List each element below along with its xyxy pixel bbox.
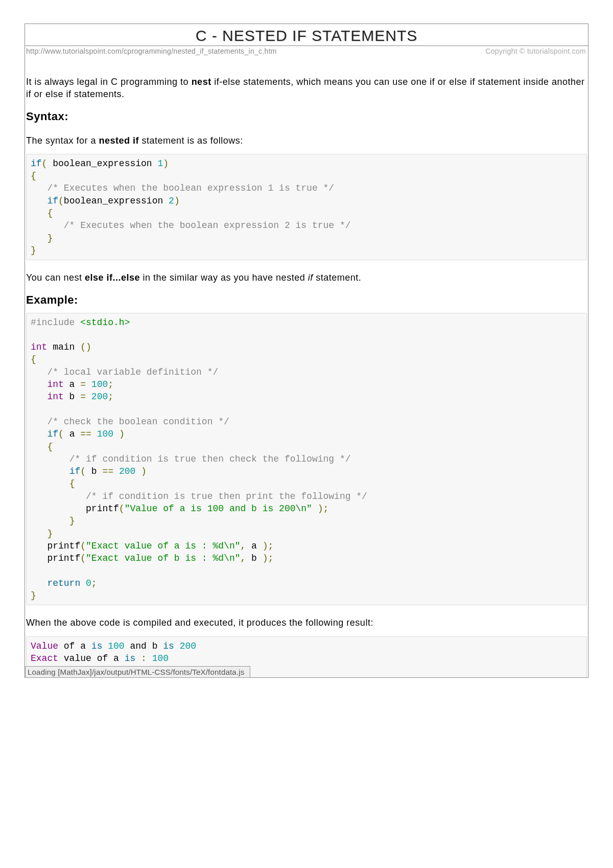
code-text: boolean_expression [64, 196, 169, 206]
preproc: #include [31, 317, 80, 328]
num-200: 200 [119, 466, 135, 476]
eq: = [80, 392, 86, 402]
out-text: value of a [58, 653, 125, 664]
sp [102, 641, 108, 651]
expr-b: b [86, 466, 102, 476]
brace-open: { [31, 354, 36, 364]
nest-note-bold: else if...else [85, 272, 140, 283]
eqeq: == [102, 466, 113, 476]
paren-open: ( [80, 466, 86, 476]
sp [174, 641, 180, 651]
result-intro: When the above code is compiled and exec… [26, 616, 587, 629]
sp [86, 392, 91, 402]
num-0: 0 [86, 578, 91, 588]
brace-open: { [69, 478, 75, 489]
arg-a: a [246, 541, 262, 551]
sp [312, 504, 318, 514]
kw-if: if [69, 466, 81, 476]
mathjax-loading-bar: Loading [MathJax]/jax/output/HTML-CSS/fo… [25, 666, 250, 678]
comment: /* Executes when the boolean expression … [64, 220, 351, 231]
syntax-intro-post: statement is as follows: [139, 135, 243, 146]
intro-pre: It is always legal in C programming to [26, 77, 192, 87]
brace-open: { [47, 208, 53, 218]
out-is: is [163, 641, 174, 651]
eq: = [80, 379, 86, 390]
string-lit: "Exact value of a is : %d\n" [86, 541, 240, 551]
out-num: 100 [108, 641, 124, 651]
kw-if: if [47, 429, 58, 439]
paren-close: ) [119, 429, 125, 439]
brace-close: } [47, 233, 53, 243]
comment: /* check the boolean condition */ [47, 417, 229, 427]
parens: () [80, 342, 91, 352]
num-100: 100 [97, 429, 113, 439]
out-text: of a [58, 641, 91, 651]
string-lit: "Exact value of b is : %d\n" [86, 553, 240, 563]
fn-printf: printf [47, 541, 80, 551]
nest-note-post: statement. [313, 272, 362, 283]
brace-close: } [69, 516, 75, 526]
paren-close: ) [141, 466, 147, 476]
example-code-block: #include <stdio.h> int main () { /* loca… [26, 313, 587, 606]
out-is: is [91, 641, 103, 651]
syntax-intro-bold: nested if [99, 135, 139, 146]
meta-row: http://www.tutorialspoint.com/cprogrammi… [25, 45, 588, 57]
num-200: 200 [91, 392, 108, 402]
comment: /* if condition is true then check the f… [69, 454, 351, 464]
nest-note-italic: if [308, 272, 313, 283]
document-content: It is always legal in C programming to n… [25, 76, 588, 677]
nest-note: You can nest else if...else in the simil… [26, 271, 587, 284]
out-num: 200 [180, 641, 196, 651]
intro-paragraph: It is always legal in C programming to n… [26, 76, 587, 101]
colon: : [135, 653, 152, 664]
num-1: 1 [157, 158, 163, 169]
kw-if: if [31, 158, 42, 169]
brace-open: { [31, 171, 36, 181]
out-exact: Exact [31, 653, 58, 664]
fn-printf: printf [86, 504, 119, 514]
example-heading: Example: [26, 293, 587, 307]
brace-close: } [31, 245, 36, 256]
paren-close: ) [174, 196, 180, 206]
out-value: Value [31, 641, 58, 651]
out-is: is [125, 653, 136, 664]
sp [86, 379, 91, 390]
kw-return: return [47, 578, 80, 588]
paren-open: ( [58, 429, 64, 439]
code-text: boolean_expression [47, 158, 157, 169]
nest-note-mid: in the similar way as you have nested [140, 272, 308, 283]
paren-close: ) [163, 158, 169, 169]
paren-close-semi: ); [263, 553, 274, 563]
source-url: http://www.tutorialspoint.com/cprogrammi… [26, 47, 277, 55]
paren-open: ( [119, 504, 125, 514]
paren-close-semi: ); [318, 504, 329, 514]
syntax-heading: Syntax: [26, 110, 587, 123]
semi: ; [91, 578, 97, 588]
brace-close: } [47, 529, 53, 539]
syntax-intro-pre: The syntax for a [26, 135, 99, 146]
document-page: C - NESTED IF STATEMENTS http://www.tuto… [25, 24, 588, 678]
out-and: and b [125, 641, 163, 651]
comment: /* Executes when the boolean expression … [47, 183, 334, 193]
type-int: int [47, 379, 63, 390]
num-2: 2 [169, 196, 174, 206]
type-int: int [47, 392, 63, 402]
var-b: b [64, 392, 80, 402]
paren-open: ( [58, 196, 64, 206]
num-100: 100 [91, 379, 108, 390]
sp [135, 466, 141, 476]
include-target: <stdio.h> [80, 317, 130, 328]
intro-bold: nest [192, 77, 211, 87]
paren-open: ( [42, 158, 48, 169]
expr-a: a [64, 429, 80, 439]
var-a: a [64, 379, 80, 390]
kw-if: if [47, 196, 58, 206]
type-int: int [31, 342, 47, 352]
copyright-text: Copyright © tutorialspoint.com [485, 47, 586, 55]
syntax-code-block: if( boolean_expression 1) { /* Executes … [26, 154, 587, 260]
paren-open: ( [80, 553, 86, 563]
arg-b: b [246, 553, 262, 563]
fn-main: main [47, 342, 80, 352]
out-num: 100 [152, 653, 169, 664]
string-lit: "Value of a is 100 and b is 200\n" [125, 504, 312, 514]
